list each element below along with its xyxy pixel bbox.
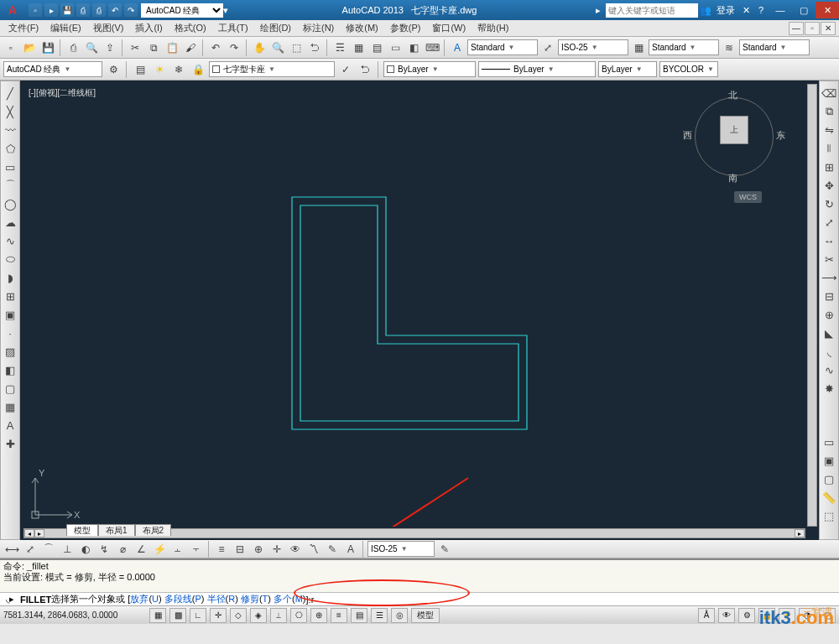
erase-icon[interactable]: ⌫ [821, 85, 837, 101]
mtext-icon[interactable]: A [2, 417, 18, 434]
arc-icon[interactable]: ⌒ [2, 177, 18, 194]
annovis-icon[interactable]: 👁 [718, 608, 735, 623]
tab-layout1[interactable]: 布局1 [98, 524, 135, 536]
menu-format[interactable]: 格式(O) [169, 20, 211, 36]
workspace-combo[interactable]: AutoCAD 经典▼ [3, 61, 102, 77]
polygon-icon[interactable]: ⬠ [2, 140, 18, 157]
help-icon[interactable]: ? [753, 3, 769, 18]
markup-icon[interactable]: ◧ [405, 39, 422, 56]
xline-icon[interactable]: ╳ [2, 103, 18, 120]
menu-draw[interactable]: 绘图(D) [255, 20, 296, 36]
break-icon[interactable]: ⊟ [821, 288, 837, 304]
measure-icon[interactable]: 📏 [821, 489, 837, 506]
textstyle-icon[interactable]: A [449, 39, 466, 56]
grid-toggle[interactable]: ▩ [169, 608, 186, 623]
trim-icon[interactable]: ✂ [821, 251, 837, 267]
dimstyle-mgr-icon[interactable]: ✎ [436, 541, 453, 558]
ellipse-icon[interactable]: ⬭ [2, 251, 18, 267]
copy-obj-icon[interactable]: ⧉ [821, 103, 837, 120]
stretch-icon[interactable]: ↔ [821, 232, 837, 249]
draworder-icon[interactable]: ▭ [821, 434, 837, 450]
sc-toggle[interactable]: ◎ [391, 608, 408, 623]
qp-toggle[interactable]: ☰ [371, 608, 388, 623]
text-style-combo[interactable]: Standard▼ [467, 39, 538, 55]
menu-dimension[interactable]: 标注(N) [298, 20, 339, 36]
menu-modify[interactable]: 修改(M) [341, 20, 383, 36]
layer-freeze-icon[interactable]: ❄ [170, 61, 187, 78]
properties-icon[interactable]: ☴ [331, 39, 348, 56]
layer-on-icon[interactable]: ☀ [151, 61, 168, 78]
dim-angular-icon[interactable]: ∠ [133, 541, 149, 558]
tolerance-icon[interactable]: ⊕ [250, 541, 267, 558]
search-icon[interactable]: ▸ [591, 3, 606, 18]
osnap-toggle[interactable]: ◇ [230, 608, 247, 623]
circle-icon[interactable]: ◯ [2, 195, 18, 212]
tool-palettes-icon[interactable]: ▤ [368, 39, 385, 56]
make-block-icon[interactable]: ▣ [2, 306, 18, 323]
group-icon[interactable]: ▣ [821, 452, 837, 469]
open-icon[interactable]: ▸ [44, 3, 58, 17]
dim-edit-icon[interactable]: ✎ [324, 541, 341, 558]
move-icon[interactable]: ✥ [821, 177, 837, 194]
scroll-left-icon[interactable]: ◂ [24, 529, 34, 538]
tab-model[interactable]: 模型 [66, 524, 98, 536]
open-icon[interactable]: 📂 [21, 39, 38, 56]
dim-radius-icon[interactable]: ◐ [77, 541, 94, 558]
publish-icon[interactable]: ⇪ [102, 39, 118, 56]
addselected-icon[interactable]: ✚ [2, 435, 18, 452]
calc-icon[interactable]: ⌨ [424, 39, 440, 56]
join-icon[interactable]: ⊕ [821, 306, 837, 323]
tpy-toggle[interactable]: ▤ [351, 608, 367, 623]
offset-icon[interactable]: ⫴ [821, 140, 837, 157]
annoscale-icon[interactable]: Å [698, 608, 715, 623]
scroll-right-icon[interactable]: ▸ [34, 529, 44, 538]
lineweight-combo[interactable]: ByLayer▼ [598, 61, 657, 77]
undo-icon[interactable]: ↶ [207, 39, 224, 56]
layer-combo[interactable]: 七字型卡座▼ [209, 61, 335, 77]
3dosnap-toggle[interactable]: ◈ [250, 608, 267, 623]
gradient-icon[interactable]: ◧ [2, 361, 18, 378]
dim-ordinate-icon[interactable]: ⊥ [59, 541, 76, 558]
scroll-right2-icon[interactable]: ▸ [795, 529, 805, 538]
polyline-icon[interactable]: 〰 [2, 122, 18, 138]
ungroup-icon[interactable]: ▢ [821, 470, 837, 487]
menu-file[interactable]: 文件(F) [3, 20, 44, 36]
workspace-title-dropdown[interactable]: AutoCAD 经典 [141, 3, 223, 18]
preview-icon[interactable]: 🔍 [83, 39, 100, 56]
explode-icon[interactable]: ✸ [821, 380, 837, 397]
redo-icon[interactable]: ↷ [124, 3, 138, 17]
dim-arc-icon[interactable]: ⌒ [40, 541, 57, 558]
ortho-toggle[interactable]: ∟ [190, 608, 206, 623]
table-icon[interactable]: ▦ [2, 398, 18, 415]
rotate-icon[interactable]: ↻ [821, 195, 837, 212]
search-input[interactable] [606, 3, 698, 18]
dim-tedit-icon[interactable]: A [342, 541, 359, 558]
menu-parametric[interactable]: 参数(P) [385, 20, 426, 36]
model-space-button[interactable]: 模型 [411, 608, 440, 623]
doc-close-button[interactable]: ✕ [821, 22, 836, 35]
save-icon[interactable]: 💾 [60, 3, 74, 17]
menu-insert[interactable]: 插入(I) [130, 20, 167, 36]
undo-icon[interactable]: ↶ [108, 3, 122, 17]
exchange-icon[interactable]: ✕ [738, 3, 753, 18]
tablestyle-icon[interactable]: ▦ [630, 39, 647, 56]
coords-readout[interactable]: 7581.3144, 2864.0683, 0.0000 [3, 610, 146, 620]
ellipse-arc-icon[interactable]: ◗ [2, 269, 18, 286]
plot-icon[interactable]: ⎙ [92, 3, 106, 17]
redo-icon[interactable]: ↷ [226, 39, 242, 56]
rectangle-icon[interactable]: ▭ [2, 158, 18, 175]
sheet-set-icon[interactable]: ▭ [387, 39, 404, 56]
line-icon[interactable]: ╱ [2, 85, 18, 101]
color-combo[interactable]: ByLayer▼ [383, 61, 476, 77]
ml-style-combo[interactable]: Standard▼ [739, 39, 810, 55]
minimize-button[interactable]: — [769, 2, 792, 18]
dim-space-icon[interactable]: ≡ [213, 541, 230, 558]
layer-prev-icon[interactable]: ⮌ [357, 61, 373, 78]
inspect-icon[interactable]: 👁 [287, 541, 304, 558]
cut-icon[interactable]: ✂ [127, 39, 143, 56]
zoom-prev-icon[interactable]: ⮌ [306, 39, 323, 56]
layer-lock-icon[interactable]: 🔒 [190, 61, 206, 78]
mirror-icon[interactable]: ⇋ [821, 122, 837, 138]
dim-aligned-icon[interactable]: ⤢ [22, 541, 39, 558]
tab-layout2[interactable]: 布局2 [135, 524, 172, 536]
